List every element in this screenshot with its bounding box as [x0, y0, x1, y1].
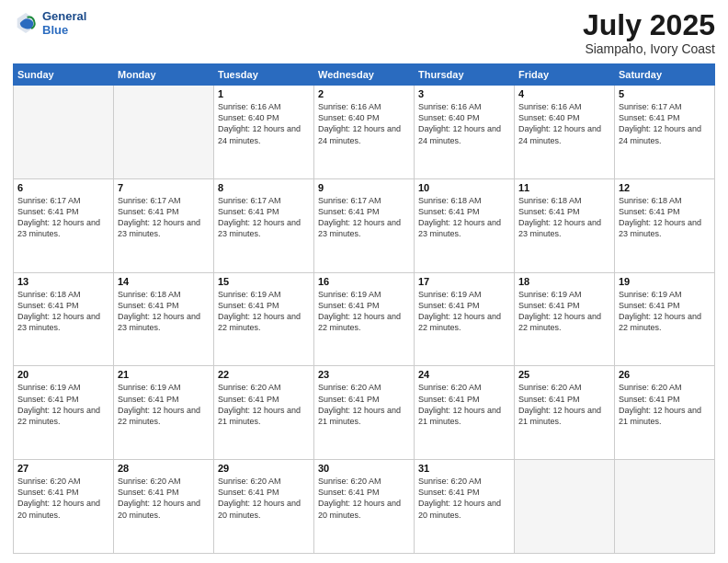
calendar-cell: 26Sunrise: 6:20 AM Sunset: 6:41 PM Dayli…: [615, 366, 715, 460]
page: General Blue July 2025 Siampaho, Ivory C…: [0, 0, 728, 563]
day-number: 12: [619, 182, 711, 193]
logo-text: General Blue: [42, 9, 86, 37]
day-number: 1: [218, 88, 310, 99]
logo: General Blue: [13, 9, 86, 37]
calendar-cell: 30Sunrise: 6:20 AM Sunset: 6:41 PM Dayli…: [314, 460, 415, 554]
calendar-cell: 21Sunrise: 6:19 AM Sunset: 6:41 PM Dayli…: [114, 366, 214, 460]
calendar-cell: 20Sunrise: 6:19 AM Sunset: 6:41 PM Dayli…: [14, 366, 114, 460]
calendar-cell: [114, 86, 214, 179]
day-info: Sunrise: 6:20 AM Sunset: 6:41 PM Dayligh…: [218, 382, 310, 427]
day-info: Sunrise: 6:20 AM Sunset: 6:41 PM Dayligh…: [518, 382, 610, 427]
day-number: 17: [418, 276, 510, 287]
day-number: 2: [318, 88, 410, 99]
day-number: 23: [318, 369, 410, 380]
calendar-table: SundayMondayTuesdayWednesdayThursdayFrid…: [13, 63, 715, 554]
weekday-header-sunday: Sunday: [14, 64, 114, 86]
calendar-cell: 9Sunrise: 6:17 AM Sunset: 6:41 PM Daylig…: [314, 178, 415, 272]
calendar-cell: [615, 460, 715, 554]
day-number: 20: [17, 369, 109, 380]
day-info: Sunrise: 6:16 AM Sunset: 6:40 PM Dayligh…: [218, 101, 310, 146]
week-row-3: 13Sunrise: 6:18 AM Sunset: 6:41 PM Dayli…: [14, 272, 715, 366]
day-info: Sunrise: 6:18 AM Sunset: 6:41 PM Dayligh…: [418, 195, 510, 240]
day-info: Sunrise: 6:19 AM Sunset: 6:41 PM Dayligh…: [218, 289, 310, 334]
day-info: Sunrise: 6:19 AM Sunset: 6:41 PM Dayligh…: [619, 289, 711, 334]
day-number: 8: [218, 182, 310, 193]
day-info: Sunrise: 6:17 AM Sunset: 6:41 PM Dayligh…: [17, 195, 109, 240]
weekday-header-monday: Monday: [114, 64, 214, 86]
day-info: Sunrise: 6:20 AM Sunset: 6:41 PM Dayligh…: [418, 382, 510, 427]
day-number: 5: [619, 88, 711, 99]
calendar-cell: 7Sunrise: 6:17 AM Sunset: 6:41 PM Daylig…: [114, 178, 214, 272]
calendar-cell: 5Sunrise: 6:17 AM Sunset: 6:41 PM Daylig…: [615, 86, 715, 179]
day-number: 3: [418, 88, 510, 99]
calendar-cell: 6Sunrise: 6:17 AM Sunset: 6:41 PM Daylig…: [14, 178, 114, 272]
subtitle: Siampaho, Ivory Coast: [583, 41, 715, 56]
day-info: Sunrise: 6:19 AM Sunset: 6:41 PM Dayligh…: [518, 289, 610, 334]
logo-icon: [13, 10, 39, 36]
day-info: Sunrise: 6:20 AM Sunset: 6:41 PM Dayligh…: [318, 476, 410, 521]
calendar-cell: 23Sunrise: 6:20 AM Sunset: 6:41 PM Dayli…: [314, 366, 415, 460]
day-info: Sunrise: 6:20 AM Sunset: 6:41 PM Dayligh…: [418, 476, 510, 521]
day-number: 18: [518, 276, 610, 287]
calendar-cell: 18Sunrise: 6:19 AM Sunset: 6:41 PM Dayli…: [515, 272, 615, 366]
day-number: 27: [17, 463, 109, 474]
day-info: Sunrise: 6:19 AM Sunset: 6:41 PM Dayligh…: [418, 289, 510, 334]
calendar-cell: 14Sunrise: 6:18 AM Sunset: 6:41 PM Dayli…: [114, 272, 214, 366]
day-info: Sunrise: 6:19 AM Sunset: 6:41 PM Dayligh…: [17, 382, 109, 427]
day-number: 22: [218, 369, 310, 380]
week-row-2: 6Sunrise: 6:17 AM Sunset: 6:41 PM Daylig…: [14, 178, 715, 272]
calendar-cell: 4Sunrise: 6:16 AM Sunset: 6:40 PM Daylig…: [515, 86, 615, 179]
day-number: 15: [218, 276, 310, 287]
calendar-cell: 17Sunrise: 6:19 AM Sunset: 6:41 PM Dayli…: [415, 272, 515, 366]
day-number: 7: [118, 182, 210, 193]
day-info: Sunrise: 6:16 AM Sunset: 6:40 PM Dayligh…: [418, 101, 510, 146]
weekday-header-friday: Friday: [515, 64, 615, 86]
day-info: Sunrise: 6:17 AM Sunset: 6:41 PM Dayligh…: [619, 101, 711, 146]
calendar-cell: 28Sunrise: 6:20 AM Sunset: 6:41 PM Dayli…: [114, 460, 214, 554]
day-number: 30: [318, 463, 410, 474]
weekday-header-row: SundayMondayTuesdayWednesdayThursdayFrid…: [14, 64, 715, 86]
day-info: Sunrise: 6:17 AM Sunset: 6:41 PM Dayligh…: [118, 195, 210, 240]
calendar-cell: 22Sunrise: 6:20 AM Sunset: 6:41 PM Dayli…: [214, 366, 314, 460]
day-number: 24: [418, 369, 510, 380]
day-info: Sunrise: 6:17 AM Sunset: 6:41 PM Dayligh…: [218, 195, 310, 240]
calendar-cell: 15Sunrise: 6:19 AM Sunset: 6:41 PM Dayli…: [214, 272, 314, 366]
calendar-cell: [14, 86, 114, 179]
day-number: 6: [17, 182, 109, 193]
calendar-cell: [515, 460, 615, 554]
day-number: 13: [17, 276, 109, 287]
calendar-cell: 13Sunrise: 6:18 AM Sunset: 6:41 PM Dayli…: [14, 272, 114, 366]
calendar-cell: 11Sunrise: 6:18 AM Sunset: 6:41 PM Dayli…: [515, 178, 615, 272]
calendar-cell: 29Sunrise: 6:20 AM Sunset: 6:41 PM Dayli…: [214, 460, 314, 554]
calendar-cell: 8Sunrise: 6:17 AM Sunset: 6:41 PM Daylig…: [214, 178, 314, 272]
day-number: 31: [418, 463, 510, 474]
day-info: Sunrise: 6:20 AM Sunset: 6:41 PM Dayligh…: [218, 476, 310, 521]
calendar-cell: 27Sunrise: 6:20 AM Sunset: 6:41 PM Dayli…: [14, 460, 114, 554]
day-number: 14: [118, 276, 210, 287]
weekday-header-saturday: Saturday: [615, 64, 715, 86]
day-info: Sunrise: 6:20 AM Sunset: 6:41 PM Dayligh…: [318, 382, 410, 427]
day-number: 11: [518, 182, 610, 193]
calendar-cell: 2Sunrise: 6:16 AM Sunset: 6:40 PM Daylig…: [314, 86, 415, 179]
calendar-cell: 12Sunrise: 6:18 AM Sunset: 6:41 PM Dayli…: [615, 178, 715, 272]
calendar-cell: 19Sunrise: 6:19 AM Sunset: 6:41 PM Dayli…: [615, 272, 715, 366]
day-number: 4: [518, 88, 610, 99]
day-info: Sunrise: 6:20 AM Sunset: 6:41 PM Dayligh…: [17, 476, 109, 521]
week-row-1: 1Sunrise: 6:16 AM Sunset: 6:40 PM Daylig…: [14, 86, 715, 179]
day-number: 26: [619, 369, 711, 380]
title-block: July 2025 Siampaho, Ivory Coast: [583, 9, 715, 56]
calendar-cell: 10Sunrise: 6:18 AM Sunset: 6:41 PM Dayli…: [415, 178, 515, 272]
day-number: 19: [619, 276, 711, 287]
day-info: Sunrise: 6:17 AM Sunset: 6:41 PM Dayligh…: [318, 195, 410, 240]
header: General Blue July 2025 Siampaho, Ivory C…: [13, 9, 715, 56]
weekday-header-wednesday: Wednesday: [314, 64, 415, 86]
weekday-header-thursday: Thursday: [415, 64, 515, 86]
calendar-cell: 1Sunrise: 6:16 AM Sunset: 6:40 PM Daylig…: [214, 86, 314, 179]
day-info: Sunrise: 6:19 AM Sunset: 6:41 PM Dayligh…: [118, 382, 210, 427]
day-number: 16: [318, 276, 410, 287]
day-info: Sunrise: 6:18 AM Sunset: 6:41 PM Dayligh…: [17, 289, 109, 334]
calendar-cell: 16Sunrise: 6:19 AM Sunset: 6:41 PM Dayli…: [314, 272, 415, 366]
week-row-5: 27Sunrise: 6:20 AM Sunset: 6:41 PM Dayli…: [14, 460, 715, 554]
day-info: Sunrise: 6:16 AM Sunset: 6:40 PM Dayligh…: [318, 101, 410, 146]
day-info: Sunrise: 6:20 AM Sunset: 6:41 PM Dayligh…: [118, 476, 210, 521]
